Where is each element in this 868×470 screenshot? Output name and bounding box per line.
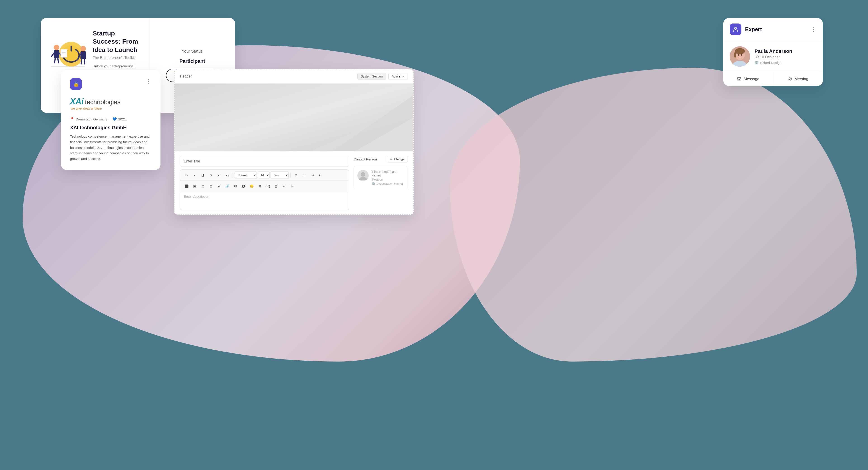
unlink-button[interactable]: ⛓	[232, 183, 239, 190]
xai-symbol: XAi	[70, 97, 84, 106]
contact-avatar-icon	[359, 171, 368, 180]
emoji-button[interactable]: 😊	[248, 183, 255, 190]
meeting-icon	[788, 77, 792, 81]
superscript-button[interactable]: x²	[215, 171, 223, 179]
editor-right-panel: Contact Person ✏ Change [First Name	[353, 156, 408, 210]
card-expert: Expert ⋮	[723, 18, 823, 86]
toolbar-divider-2	[290, 173, 291, 178]
contact-position: [Position]	[371, 178, 404, 181]
expert-menu-icon[interactable]: ⋮	[811, 26, 816, 33]
pencil-icon: ✏	[390, 157, 393, 161]
expert-company-name: Scherf Design	[760, 61, 781, 65]
contact-org: 🏢 [Organization Name]	[371, 182, 404, 185]
xai-logo: XAi technologies we give ideas a future	[70, 97, 151, 110]
editor-toolbar-row2: ⬛ ▣ ▤ ▥ 🖌 🔗 ⛓ 🖼 😊 ⊞ {'}'} 🗑 ↩ ↪	[180, 181, 349, 192]
expert-card-body: Paula Anderson UX/UI Designer 🏢 Scherf D…	[723, 41, 823, 72]
svg-point-26	[741, 54, 742, 56]
align-justify-button[interactable]: ▥	[207, 183, 215, 190]
style-select[interactable]: Normal Heading 1 Heading 2	[235, 171, 257, 179]
expert-name: Paula Anderson	[754, 49, 816, 54]
editor-description-area[interactable]: Enter description	[180, 192, 349, 210]
image-button[interactable]: 🖼	[240, 183, 247, 190]
subscript-button[interactable]: x₂	[223, 171, 231, 179]
align-center-button[interactable]: ▣	[191, 183, 198, 190]
erase-button[interactable]: 🗑	[272, 183, 280, 190]
svg-point-2	[54, 45, 59, 50]
xai-tagline: we give ideas a future	[70, 107, 121, 110]
redo-button[interactable]: ↪	[289, 183, 296, 190]
svg-rect-8	[61, 49, 67, 57]
toolbar-divider-1	[232, 173, 233, 178]
svg-point-12	[81, 46, 86, 51]
xai-menu-icon[interactable]: ⋮	[146, 78, 151, 85]
bold-button[interactable]: B	[183, 171, 190, 179]
meeting-label: Meeting	[795, 77, 808, 81]
startup-illustration	[50, 29, 86, 74]
active-badge[interactable]: Active ▲	[388, 73, 408, 80]
expert-company: 🏢 Scherf Design	[754, 61, 816, 65]
svg-point-19	[735, 27, 737, 29]
editor-header-label: Header	[180, 74, 192, 79]
xai-location-text: Darmstadt, Germany	[76, 117, 107, 121]
indent-button[interactable]: ⇥	[309, 171, 316, 179]
font-select[interactable]: Font Arial Roboto	[271, 171, 289, 179]
expert-title: Expert	[745, 26, 807, 33]
building-icon: 🏢	[754, 61, 759, 65]
message-label: Message	[744, 77, 759, 81]
editor-left-panel: B I U S x² x₂ Normal Heading 1 Heading 2…	[180, 156, 349, 210]
message-button[interactable]: Message	[723, 72, 773, 86]
editor-title-input[interactable]	[180, 156, 349, 167]
xai-meta: 📍 Darmstadt, Germany 💙 2021	[70, 117, 151, 121]
xai-header-icon: 🔒	[70, 78, 82, 90]
size-select[interactable]: 14 12 16 18	[258, 171, 270, 179]
align-left-button[interactable]: ⬛	[183, 183, 190, 190]
paint-button[interactable]: 🖌	[215, 183, 223, 190]
contact-info: [First Name] [Last Name] [Position] 🏢 [O…	[371, 170, 404, 185]
svg-point-34	[361, 172, 365, 177]
card-editor: Header System Section Active ▲	[174, 69, 414, 215]
svg-point-23	[734, 52, 736, 58]
list-ordered-button[interactable]: ☰	[301, 171, 308, 179]
meeting-button[interactable]: Meeting	[773, 72, 823, 86]
expert-card-header: Expert ⋮	[723, 18, 823, 41]
undo-button[interactable]: ↩	[281, 183, 288, 190]
code-button[interactable]: {'}'}	[264, 183, 272, 190]
change-button[interactable]: ✏ Change	[387, 156, 408, 162]
table-button[interactable]: ⊞	[256, 183, 264, 190]
svg-rect-3	[54, 50, 59, 58]
expert-info: Paula Anderson UX/UI Designer 🏢 Scherf D…	[754, 49, 816, 65]
contact-org-name: [Organization Name]	[376, 182, 403, 185]
strikethrough-button[interactable]: S	[207, 171, 215, 179]
editor-toolbar: B I U S x² x₂ Normal Heading 1 Heading 2…	[180, 169, 349, 181]
superscript-label: x²	[218, 173, 220, 177]
editor-image-area	[175, 84, 413, 151]
status-label: Your Status	[182, 49, 203, 54]
xai-card-header: 🔒 ⋮	[70, 78, 151, 90]
underline-button[interactable]: U	[199, 171, 206, 179]
svg-point-29	[790, 78, 792, 79]
contact-avatar	[358, 170, 369, 181]
expert-role: UX/UI Designer	[754, 55, 816, 59]
contact-person-label: Contact Person	[353, 157, 377, 161]
active-label: Active	[392, 74, 400, 78]
xai-year-text: 2021	[118, 117, 126, 121]
list-unordered-button[interactable]: ≡	[292, 171, 300, 179]
location-icon: 📍	[70, 117, 74, 121]
status-value: Participant	[180, 58, 205, 64]
italic-button[interactable]: I	[191, 171, 198, 179]
link-button[interactable]: 🔗	[223, 183, 231, 190]
svg-line-17	[84, 59, 85, 64]
xai-brand: XAi technologies we give ideas a future	[70, 97, 121, 110]
change-label: Change	[394, 157, 404, 161]
svg-line-6	[55, 58, 55, 63]
align-right-button[interactable]: ▤	[199, 183, 206, 190]
editor-body: B I U S x² x₂ Normal Heading 1 Heading 2…	[175, 151, 413, 214]
svg-point-25	[738, 54, 739, 56]
editor-description-placeholder: Enter description	[184, 194, 209, 198]
contact-name: [First Name] [Last Name]	[371, 170, 404, 177]
contact-person-card: [First Name] [Last Name] [Position] 🏢 [O…	[353, 166, 408, 189]
xai-description: Technology competence, management expert…	[70, 134, 151, 162]
card-xai: 🔒 ⋮ XAi technologies we give ideas a fut…	[61, 70, 160, 170]
svg-point-35	[359, 177, 367, 180]
outdent-button[interactable]: ⇤	[317, 171, 324, 179]
